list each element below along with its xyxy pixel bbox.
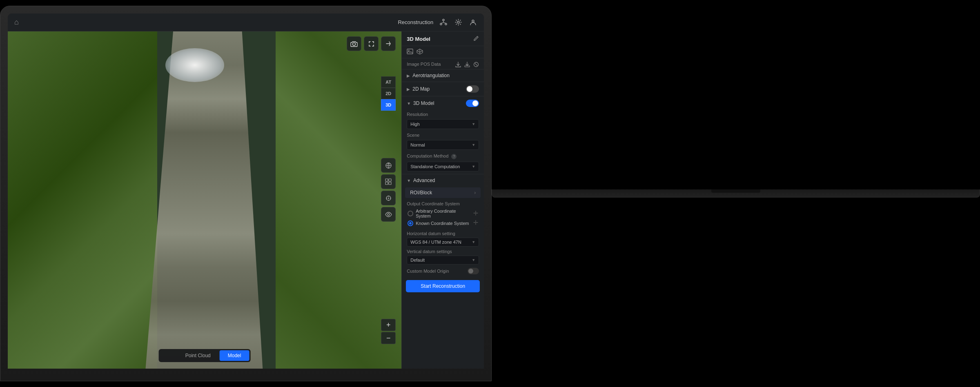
panel-edit-icon[interactable] bbox=[473, 36, 479, 42]
view-mode-buttons: AT 2D 3D bbox=[381, 76, 396, 111]
home-icon[interactable]: ⌂ bbox=[14, 18, 19, 27]
top-bar: ⌂ Reconstruction bbox=[8, 13, 484, 31]
reconstruction-label: Reconstruction bbox=[398, 19, 433, 25]
chevron-right-icon: ▶ bbox=[407, 73, 410, 78]
start-reconstruction-button[interactable]: Start Reconstruction bbox=[406, 280, 480, 292]
gear-icon[interactable] bbox=[454, 18, 463, 27]
chevron-right-2d-icon: ▶ bbox=[407, 87, 410, 91]
map-2d-label: 2D Map bbox=[412, 86, 463, 92]
resolution-dropdown[interactable]: High ▼ bbox=[407, 119, 479, 129]
scene-dropdown[interactable]: Normal ▼ bbox=[407, 140, 479, 150]
map-2d-toggle[interactable] bbox=[466, 85, 479, 93]
svg-rect-11 bbox=[389, 179, 391, 181]
right-panel: 3D Model bbox=[401, 31, 484, 369]
image-icon[interactable] bbox=[407, 49, 413, 56]
vertical-datum-dropdown[interactable]: Default ▼ bbox=[407, 256, 479, 265]
view-mode-at[interactable]: AT bbox=[381, 76, 396, 88]
model-3d-toggle[interactable] bbox=[466, 100, 479, 107]
globe-tool[interactable] bbox=[381, 158, 396, 173]
radio-known-icon[interactable] bbox=[473, 220, 478, 226]
resolution-value: High bbox=[410, 122, 420, 127]
radio-arbitrary-icon[interactable] bbox=[473, 211, 478, 217]
svg-point-8 bbox=[353, 43, 356, 46]
expand-panel-btn[interactable] bbox=[381, 36, 396, 51]
panel-icon-row bbox=[402, 46, 484, 58]
fullscreen-btn[interactable] bbox=[364, 36, 379, 51]
scene-label: Scene bbox=[402, 130, 484, 139]
computation-method-value: Standalone Computation bbox=[410, 164, 460, 169]
vegetation-left bbox=[8, 31, 157, 369]
radio-arbitrary[interactable]: Arbitrary Coordinate System bbox=[407, 209, 479, 218]
view-mode-3d[interactable]: 3D bbox=[381, 99, 396, 111]
chevron-down-icon: ▼ bbox=[407, 101, 411, 106]
svg-point-2 bbox=[445, 23, 447, 25]
svg-rect-12 bbox=[385, 182, 388, 185]
roi-block-row[interactable]: ROI/Block › bbox=[405, 187, 481, 198]
aerotriangulation-label: Aerotriangulation bbox=[412, 73, 479, 78]
camera-btn[interactable] bbox=[347, 36, 361, 51]
svg-point-7 bbox=[472, 20, 474, 22]
horizontal-datum-value: WGS 84 / UTM zone 47N bbox=[410, 240, 461, 245]
main-content: AT 2D 3D bbox=[8, 31, 484, 369]
image-pos-label: Image POS Data bbox=[402, 58, 484, 68]
viewport: AT 2D 3D bbox=[8, 31, 401, 369]
model-3d-label: 3D Model bbox=[413, 100, 463, 106]
top-bar-right: Reconstruction bbox=[398, 18, 477, 27]
radio-arbitrary-label: Arbitrary Coordinate System bbox=[416, 209, 471, 218]
grid-tool[interactable] bbox=[381, 174, 396, 189]
horizontal-datum-arrow: ▼ bbox=[472, 240, 475, 244]
measure-tool[interactable] bbox=[381, 191, 396, 205]
viewport-toolbar bbox=[347, 36, 396, 51]
svg-point-22 bbox=[408, 50, 410, 51]
computation-method-dropdown[interactable]: Standalone Computation ▼ bbox=[407, 162, 479, 171]
help-icon[interactable]: ? bbox=[451, 154, 457, 159]
output-coord-section: Output Coordinate System Arbitrary Coord… bbox=[402, 200, 484, 229]
computation-method-label: Computation Method ? bbox=[402, 151, 484, 160]
map-2d-row[interactable]: ▶ 2D Map bbox=[402, 83, 484, 95]
zoom-buttons: + − bbox=[381, 319, 396, 344]
svg-point-6 bbox=[457, 21, 459, 23]
computation-dropdown-arrow: ▼ bbox=[472, 165, 475, 169]
model-3d-row[interactable]: ▼ 3D Model bbox=[402, 97, 484, 109]
svg-rect-21 bbox=[407, 49, 413, 54]
zoom-in-btn[interactable]: + bbox=[381, 319, 396, 331]
radio-known[interactable]: Known Coordinate System bbox=[407, 220, 479, 226]
cube-icon[interactable] bbox=[416, 49, 423, 56]
horizontal-datum-dropdown[interactable]: WGS 84 / UTM zone 47N ▼ bbox=[407, 238, 479, 247]
tree-icon[interactable] bbox=[439, 18, 448, 27]
svg-line-25 bbox=[475, 63, 477, 66]
chevron-down-advanced-icon: ▼ bbox=[407, 178, 411, 183]
custom-origin-label: Custom Model Origin bbox=[407, 269, 449, 274]
scene-value: Normal bbox=[410, 142, 425, 147]
vertical-datum-value: Default bbox=[410, 258, 425, 262]
tab-point-cloud-label[interactable]: Point Cloud bbox=[177, 350, 219, 361]
rock-path bbox=[145, 31, 283, 369]
custom-origin-toggle[interactable] bbox=[468, 268, 479, 274]
output-coord-title: Output Coordinate System bbox=[407, 201, 479, 206]
laptop-shell: ⌂ Reconstruction bbox=[0, 6, 492, 381]
svg-rect-23 bbox=[465, 66, 470, 67]
radio-arbitrary-circle[interactable] bbox=[408, 211, 413, 216]
zoom-out-btn[interactable]: − bbox=[381, 332, 396, 344]
advanced-label: Advanced bbox=[413, 178, 479, 183]
view-mode-2d[interactable]: 2D bbox=[381, 88, 396, 99]
roi-arrow-icon: › bbox=[474, 190, 476, 196]
laptop-bottom bbox=[492, 189, 980, 198]
advanced-row[interactable]: ▼ Advanced bbox=[402, 175, 484, 186]
roi-block-label: ROI/Block bbox=[410, 190, 432, 196]
aerotriangulation-row[interactable]: ▶ Aerotriangulation bbox=[402, 70, 484, 81]
eye-tool[interactable] bbox=[381, 207, 396, 222]
svg-line-4 bbox=[441, 22, 443, 23]
tab-model[interactable]: Model bbox=[220, 350, 249, 361]
resolution-label: Resolution bbox=[402, 109, 484, 118]
vertical-datum-arrow: ▼ bbox=[472, 258, 475, 262]
panel-header: 3D Model bbox=[402, 31, 484, 46]
user-icon[interactable] bbox=[468, 18, 477, 27]
svg-point-0 bbox=[443, 19, 444, 21]
laptop-notch bbox=[711, 189, 760, 193]
horizontal-datum-label: Horizontal datum setting bbox=[402, 229, 484, 237]
tab-point-cloud[interactable] bbox=[160, 350, 176, 361]
panel-title: 3D Model bbox=[407, 36, 430, 42]
radio-known-circle[interactable] bbox=[408, 220, 413, 226]
svg-rect-13 bbox=[389, 182, 391, 185]
